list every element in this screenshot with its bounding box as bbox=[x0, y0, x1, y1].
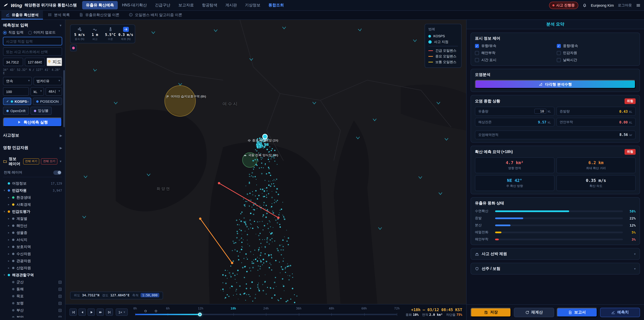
spill-amount-input[interactable] bbox=[3, 87, 29, 96]
layer-tree-row[interactable]: 부산 bbox=[3, 307, 62, 314]
layer-tree-row[interactable]: 군산 bbox=[3, 278, 62, 286]
oil-fence-line[interactable] bbox=[200, 219, 232, 263]
fence-endpoint[interactable] bbox=[218, 182, 220, 184]
accident-info-section[interactable]: 사고정보 ▶ bbox=[3, 129, 62, 139]
time-slider[interactable]: 0h6h12h18h24h36h48h60h72h bbox=[135, 304, 397, 320]
layer-tree-row[interactable]: 보령 bbox=[3, 300, 62, 307]
layer-tree-row[interactable]: 어장정보17,129 bbox=[3, 180, 62, 187]
accident-name-input[interactable] bbox=[3, 37, 62, 45]
accident-list-select[interactable] bbox=[3, 47, 62, 56]
polygon-analysis-button[interactable]: 다각형 분석수행 bbox=[475, 80, 636, 89]
current-arrow-icon bbox=[437, 102, 440, 104]
model-chip[interactable]: 앙상블 bbox=[30, 107, 52, 115]
fence-endpoint[interactable] bbox=[231, 262, 233, 264]
nav-item[interactable]: HNS·대기확산 bbox=[118, 1, 150, 10]
map-canvas[interactable]: 5 m/s풍속 (N)1 m파고5.5°C수온0.3 m/s해류 (N) 범례K… bbox=[66, 20, 466, 304]
layer-tree-row[interactable]: ▾민감자원3,947 bbox=[3, 187, 62, 194]
recalculate-button[interactable]: 재계산 bbox=[514, 307, 554, 317]
step-back-button[interactable] bbox=[78, 308, 86, 316]
radio-direct-input[interactable]: 직접 입력 bbox=[3, 30, 24, 35]
run-prediction-button[interactable]: 확산예측 실행 bbox=[3, 117, 62, 127]
tab-item[interactable]: 유출유 확산분석 bbox=[1, 11, 43, 20]
all-layers-off-button[interactable]: 전체 끄기 bbox=[41, 158, 58, 164]
sidebar-scrollbar[interactable] bbox=[64, 70, 65, 127]
tab-item[interactable]: 오일펜스 배치 알고리즘 이론 bbox=[124, 11, 186, 20]
play-button[interactable] bbox=[88, 308, 95, 316]
spill-type-select[interactable] bbox=[3, 77, 32, 85]
layer-locate-icon[interactable] bbox=[58, 294, 62, 298]
layer-tree-row[interactable]: ▸환경생태 bbox=[3, 194, 62, 201]
save-button[interactable]: 저장 bbox=[470, 307, 511, 317]
fence-endpoint[interactable] bbox=[277, 216, 280, 219]
layer-tree-row[interactable]: 동해 bbox=[3, 286, 62, 293]
layer-locate-icon[interactable] bbox=[58, 315, 62, 317]
layer-tree-row[interactable]: ▾민감도평가 bbox=[3, 208, 62, 215]
hamburger-menu-icon[interactable] bbox=[636, 3, 641, 8]
layer-locate-icon[interactable] bbox=[58, 287, 62, 291]
nav-item[interactable]: 게시판 bbox=[222, 1, 241, 10]
slider-bookmark-icon[interactable] bbox=[154, 309, 158, 313]
logout-button[interactable]: 로그아웃 bbox=[618, 3, 632, 8]
ship-specs-card[interactable]: 사고 선박 제원 ▾ bbox=[470, 248, 640, 260]
skip-to-start-button[interactable] bbox=[70, 308, 77, 316]
fast-forward-button[interactable] bbox=[96, 308, 104, 316]
radio-image-upload[interactable]: 이미지 업로드 bbox=[28, 30, 56, 35]
layer-tree-row[interactable]: 부안 bbox=[3, 314, 62, 317]
layer-tree-row[interactable]: ▸사회경제 bbox=[3, 201, 62, 208]
spill-amount-display[interactable]: 10 bbox=[534, 109, 546, 114]
latitude-input[interactable] bbox=[3, 58, 23, 66]
longitude-input[interactable] bbox=[25, 58, 45, 66]
nav-item[interactable]: 기상정보 bbox=[241, 1, 264, 10]
owner-insurance-card[interactable]: 선주 / 보험 ▾ bbox=[470, 263, 640, 274]
layer-tree-row[interactable]: ▾해경관할구역 bbox=[3, 271, 62, 278]
model-chip[interactable]: POSEIDON bbox=[33, 98, 62, 105]
sensitive-impact-section[interactable]: 영향 민감자원 ▶ bbox=[3, 141, 62, 152]
display-option-checkbox[interactable]: 민감자원 bbox=[556, 51, 636, 55]
display-option-checkbox[interactable]: 날짜시간 bbox=[556, 58, 636, 62]
display-option-checkbox[interactable]: ✓유향/유속 bbox=[475, 44, 554, 48]
layer-tree-row[interactable]: ▸산업자원 bbox=[3, 264, 62, 271]
layer-tree-row[interactable]: ▸관광자원 bbox=[3, 257, 62, 264]
layer-tree-row[interactable]: 목포 bbox=[3, 293, 62, 300]
master-layer-toggle[interactable] bbox=[53, 170, 62, 175]
tab-item[interactable]: 분석 목록 bbox=[44, 11, 74, 20]
layer-tree-row[interactable]: ▸생물종 bbox=[3, 229, 62, 236]
display-option-checkbox[interactable]: 해안부착 bbox=[475, 51, 554, 55]
nav-item[interactable]: 긴급구난 bbox=[151, 1, 174, 10]
display-option-checkbox[interactable]: 시간 표시 bbox=[475, 58, 554, 62]
oil-type-select[interactable] bbox=[33, 77, 62, 85]
model-chip[interactable]: ✓KOSPS bbox=[3, 98, 31, 105]
nav-item[interactable]: 항공탐색 bbox=[198, 1, 221, 10]
sidebar-section-header[interactable]: 예측정보 입력 ▼ bbox=[3, 23, 62, 28]
layer-tree-row[interactable]: ▸보호지역 bbox=[3, 243, 62, 250]
nav-item[interactable]: 유출유 확산예측 bbox=[82, 1, 118, 10]
layer-tree-row[interactable]: ▸해안선 bbox=[3, 222, 62, 229]
unit-select[interactable] bbox=[30, 87, 44, 96]
oil-fence-line[interactable] bbox=[219, 183, 278, 218]
nav-item[interactable]: 통합조회 bbox=[265, 1, 288, 10]
pick-on-map-button[interactable]: 지도 bbox=[46, 58, 62, 66]
slider-bookmark-icon[interactable] bbox=[144, 309, 147, 313]
playback-speed-select[interactable]: 1× ▾ bbox=[116, 308, 128, 316]
duration-select[interactable] bbox=[46, 87, 62, 96]
skip-to-end-button[interactable] bbox=[106, 308, 113, 316]
map-style-button[interactable] bbox=[70, 45, 77, 51]
layer-tree-row[interactable]: ▸서식지 bbox=[3, 236, 62, 243]
layer-locate-icon[interactable] bbox=[58, 301, 62, 305]
slider-handle[interactable] bbox=[198, 312, 202, 316]
tab-item[interactable]: 유출유확산모델 이론 bbox=[75, 11, 124, 20]
display-option-checkbox[interactable]: ✓풍향/풍속 bbox=[556, 44, 636, 48]
incident-status-badge[interactable]: 사고 진행중 bbox=[549, 2, 578, 9]
report-button[interactable]: 보고서 bbox=[556, 307, 598, 317]
slider-track[interactable] bbox=[135, 314, 397, 315]
layer-locate-icon[interactable] bbox=[58, 280, 62, 284]
layer-locate-icon[interactable] bbox=[58, 308, 62, 312]
layer-tree-row[interactable]: ▸계절별 bbox=[3, 215, 62, 222]
forecast-export-button[interactable]: 예측치 bbox=[600, 307, 640, 317]
fence-endpoint[interactable] bbox=[199, 217, 202, 220]
notifications-bell-icon[interactable] bbox=[582, 3, 587, 8]
nav-item[interactable]: 보고자료 bbox=[175, 1, 198, 10]
model-chip[interactable]: OpenDrift bbox=[3, 107, 29, 115]
layer-tree-row[interactable]: ▸수산자원 bbox=[3, 250, 62, 257]
all-layers-on-button[interactable]: 전체 켜기 bbox=[23, 158, 40, 164]
